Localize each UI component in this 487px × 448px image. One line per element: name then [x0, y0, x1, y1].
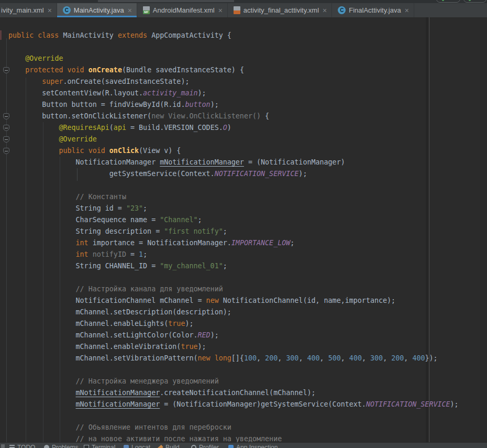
code-editor[interactable]: public class MainActivity extends AppCom…: [0, 17, 487, 442]
code-token: [8, 193, 76, 201]
code-token: 200: [265, 354, 278, 362]
fold-collapse-icon[interactable]: [3, 113, 9, 119]
code-line: getSystemService(Context.NOTIFICATION_SE…: [8, 168, 459, 180]
code-line: setContentView(R.layout.activity_main);: [8, 88, 459, 99]
code-line: NotificationManager mNotificationManager…: [8, 157, 459, 168]
toolwindow-button-problems[interactable]: Problems: [44, 444, 79, 448]
toolwindow-label: TODO: [17, 444, 35, 448]
close-icon[interactable]: ×: [323, 7, 327, 14]
code-token: super: [42, 78, 63, 85]
code-line: mNotificationManager.createNotificationC…: [8, 387, 459, 399]
code-token: extends: [118, 31, 147, 39]
toolwindow-button-terminal[interactable]: Terminal: [84, 444, 115, 448]
change-marker: [0, 30, 2, 40]
toolbar-button-1[interactable]: [436, 0, 460, 3]
layout-xml-file-icon: [234, 6, 240, 14]
toolwindow-button-build[interactable]: Build: [158, 444, 180, 448]
fold-collapse-icon[interactable]: [3, 148, 9, 154]
toolwindow-button-todo[interactable]: TODO: [9, 444, 35, 448]
code-token: [8, 54, 25, 62]
code-token: activity_main: [143, 89, 197, 97]
code-token: 1: [139, 250, 143, 258]
code-token: String description =: [8, 227, 164, 235]
code-line: int importance = NotificationManager.IMP…: [8, 237, 459, 249]
code-token: [8, 66, 25, 74]
code-line: [8, 364, 459, 376]
code-token: ,: [320, 354, 328, 362]
app-inspection-icon: [228, 445, 234, 448]
code-token: [8, 423, 76, 431]
code-token: NotificationChannel mChannel =: [8, 297, 206, 304]
code-line: mNotificationManager = (NotificationMana…: [8, 399, 459, 410]
code-token: );: [198, 343, 206, 351]
code-line: // Настройка канала для уведомлений: [8, 283, 459, 295]
code-token: "23": [126, 204, 143, 212]
code-token: @RequiresApi: [59, 124, 109, 132]
code-line: [8, 41, 459, 53]
close-icon[interactable]: ×: [405, 7, 409, 14]
close-icon[interactable]: ×: [48, 7, 52, 14]
code-token: // Настройка менеджера уведомлений: [76, 377, 219, 385]
code-token: onCreate: [88, 66, 122, 74]
close-icon[interactable]: ×: [218, 7, 223, 14]
tab-finalacttivity-java[interactable]: CFinalActtivity.java×: [332, 3, 414, 17]
toolbar-button-2[interactable]: [463, 0, 486, 3]
code-line: String description = "first notify";: [8, 226, 459, 237]
tab-androidmanifest-xml[interactable]: MFAndroidManifest.xml×: [137, 3, 228, 17]
code-line: button.setOnClickListener(new View.OnCli…: [8, 111, 459, 122]
logcat-icon: [124, 445, 129, 448]
run-status-dot-icon: [442, 0, 444, 1]
tool-window-icon[interactable]: [1, 444, 5, 448]
toolbar-fragment: [98, 0, 234, 2]
code-line: @Override: [8, 134, 459, 145]
code-token: );: [185, 320, 193, 327]
fold-collapse-icon[interactable]: [3, 125, 9, 131]
code-token: mChannel.enableLights(: [8, 320, 168, 327]
code-token: String CHANNEL_ID =: [8, 262, 160, 270]
toolwindow-button-profiler[interactable]: Profiler: [191, 444, 219, 448]
code-token: // Константы: [76, 193, 126, 201]
code-content: public class MainActivity extends AppCom…: [8, 30, 459, 442]
editor-tab-bar: ivity_main.xml×CMainActivity.java×MFAndr…: [0, 3, 487, 17]
code-token: NOTIFICATION_SERVICE: [366, 400, 450, 408]
code-token: CharSequence name =: [8, 216, 160, 224]
code-token: );: [211, 101, 219, 108]
android-studio-window: ivity_main.xml×CMainActivity.java×MFAndr…: [0, 0, 487, 448]
code-token: NOTIFICATION_SERVICE: [215, 170, 299, 178]
code-token: [8, 435, 76, 442]
code-token: @Override: [25, 54, 63, 62]
toolwindow-label: Problems: [52, 444, 79, 448]
tool-window-bar: TODOProblemsTerminalLogcatBuildProfilerA…: [0, 442, 487, 448]
code-token: "first notify": [164, 227, 223, 235]
tab-mainactivity-java[interactable]: CMainActivity.java×: [57, 3, 137, 17]
fold-collapse-icon[interactable]: [3, 67, 9, 73]
run-status-dot-icon: [469, 0, 471, 1]
code-token: (: [109, 124, 114, 132]
code-token: public class: [8, 31, 63, 39]
toolwindow-button-logcat[interactable]: Logcat: [124, 444, 150, 448]
fold-collapse-icon[interactable]: [3, 136, 9, 143]
code-token: AppCompatActivity {: [147, 31, 231, 39]
code-line: super.onCreate(savedInstanceState);: [8, 76, 459, 88]
code-line: NotificationChannel mChannel = new Notif…: [8, 295, 459, 307]
code-token: ,: [404, 354, 412, 362]
close-icon[interactable]: ×: [128, 7, 132, 14]
code-token: =: [126, 250, 139, 258]
tab-label: activity_final_acttivity.xml: [244, 6, 319, 14]
code-token: 300: [370, 354, 383, 362]
terminal-icon: [84, 445, 89, 448]
code-token: new long: [198, 354, 231, 362]
code-token: mChannel.setDescription(description);: [8, 308, 231, 316]
code-token: // Настройка канала для уведомлений: [76, 285, 223, 293]
tab-activity-final-acttivity-xml[interactable]: activity_final_acttivity.xml×: [228, 3, 332, 17]
code-token: = Build.VERSION_CODES.: [126, 124, 223, 132]
code-token: api: [114, 124, 126, 132]
code-token: @Override: [59, 135, 96, 143]
code-token: [8, 147, 59, 155]
tab-ivity-main-xml[interactable]: ivity_main.xml×: [0, 3, 57, 17]
code-token: MainActivity: [63, 31, 117, 39]
code-line: @Override: [8, 53, 459, 64]
profiler-icon: [191, 445, 196, 448]
code-token: ,: [278, 354, 286, 362]
toolwindow-button-app-inspection[interactable]: App Inspection: [228, 444, 278, 448]
